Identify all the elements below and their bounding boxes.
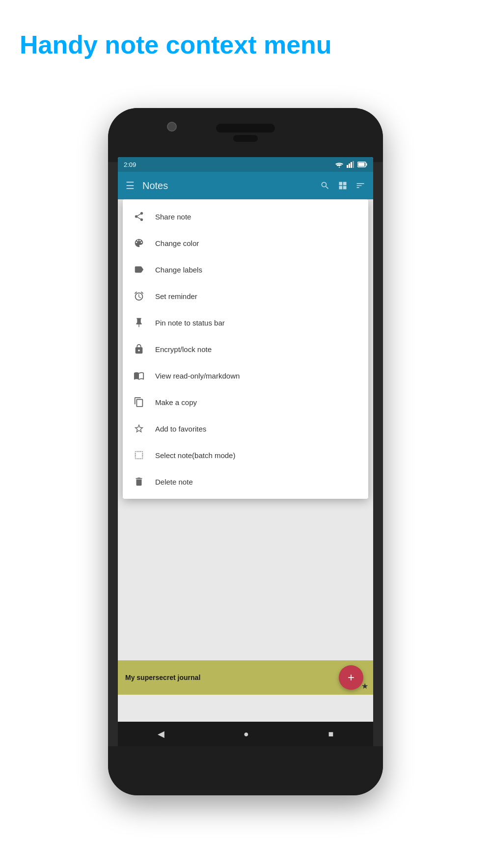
menu-item-favorite[interactable]: Add to favorites — [123, 415, 368, 442]
speaker — [216, 124, 275, 133]
copy-icon — [133, 396, 145, 408]
note-card-title: My supersecret journal — [125, 674, 200, 681]
menu-label-batch: Select note(batch mode) — [155, 451, 235, 460]
status-icons — [335, 161, 367, 168]
battery-icon — [357, 162, 367, 167]
palette-icon — [133, 237, 145, 249]
menu-item-color[interactable]: Change color — [123, 230, 368, 256]
sensor — [233, 135, 258, 142]
menu-label-favorite: Add to favorites — [155, 425, 206, 433]
menu-label-share: Share note — [155, 213, 191, 221]
label-icon — [133, 263, 145, 276]
star-icon: ★ — [361, 681, 368, 691]
recent-apps-button[interactable]: ■ — [328, 729, 333, 739]
app-title: Notes — [142, 180, 312, 191]
phone-top-bezel — [108, 108, 383, 162]
pin-icon — [133, 316, 145, 329]
menu-item-pin[interactable]: Pin note to status bar — [123, 309, 368, 336]
menu-label-delete: Delete note — [155, 478, 193, 486]
book-icon — [133, 369, 145, 382]
svg-rect-2 — [351, 162, 352, 168]
search-icon[interactable] — [320, 181, 330, 190]
wifi-icon — [335, 161, 344, 168]
grid-view-icon[interactable] — [338, 181, 348, 190]
svg-rect-6 — [366, 163, 367, 166]
home-button[interactable]: ● — [244, 729, 249, 739]
notes-background: Share note Change color Change labels Se… — [118, 199, 373, 722]
menu-item-batch[interactable]: Select note(batch mode) — [123, 442, 368, 468]
add-note-fab[interactable]: + — [339, 665, 363, 690]
status-time: 2:09 — [124, 161, 136, 168]
menu-label-copy: Make a copy — [155, 398, 197, 407]
share-icon — [133, 210, 145, 223]
status-bar: 2:09 — [118, 157, 373, 172]
svg-rect-1 — [349, 163, 350, 168]
phone-nav-bar: ◀ ● ■ — [118, 722, 373, 746]
menu-item-readonly[interactable]: View read-only/markdown — [123, 362, 368, 389]
signal-icon — [347, 161, 355, 168]
context-menu: Share note Change color Change labels Se… — [123, 199, 368, 499]
menu-item-copy[interactable]: Make a copy — [123, 389, 368, 415]
menu-item-delete[interactable]: Delete note — [123, 468, 368, 495]
phone-bottom-bezel — [108, 746, 383, 795]
lock-icon — [133, 343, 145, 355]
hamburger-menu-icon[interactable]: ☰ — [126, 180, 135, 191]
menu-label-readonly: View read-only/markdown — [155, 372, 240, 380]
phone-frame: 2:09 — [108, 108, 383, 795]
svg-rect-3 — [353, 161, 354, 168]
menu-label-color: Change color — [155, 239, 199, 247]
back-button[interactable]: ◀ — [158, 729, 164, 739]
menu-label-pin: Pin note to status bar — [155, 319, 225, 327]
note-card-bottom[interactable]: My supersecret journal ★ — [118, 660, 373, 695]
filter-icon[interactable] — [355, 181, 365, 190]
star-icon — [133, 422, 145, 435]
menu-item-share[interactable]: Share note — [123, 203, 368, 230]
menu-label-labels: Change labels — [155, 266, 202, 274]
menu-item-reminder[interactable]: Set reminder — [123, 283, 368, 309]
menu-label-reminder: Set reminder — [155, 292, 197, 300]
page-title: Handy note context menu — [20, 29, 471, 60]
menu-label-encrypt: Encrypt/lock note — [155, 345, 212, 353]
trash-icon — [133, 475, 145, 488]
app-bar: ☰ Notes — [118, 172, 373, 199]
alarm-icon — [133, 290, 145, 302]
menu-item-labels[interactable]: Change labels — [123, 256, 368, 283]
front-camera — [167, 122, 177, 132]
svg-rect-5 — [358, 163, 365, 166]
select-icon — [133, 449, 145, 461]
phone-screen: 2:09 — [118, 157, 373, 746]
menu-item-encrypt[interactable]: Encrypt/lock note — [123, 336, 368, 362]
svg-rect-0 — [347, 165, 348, 168]
